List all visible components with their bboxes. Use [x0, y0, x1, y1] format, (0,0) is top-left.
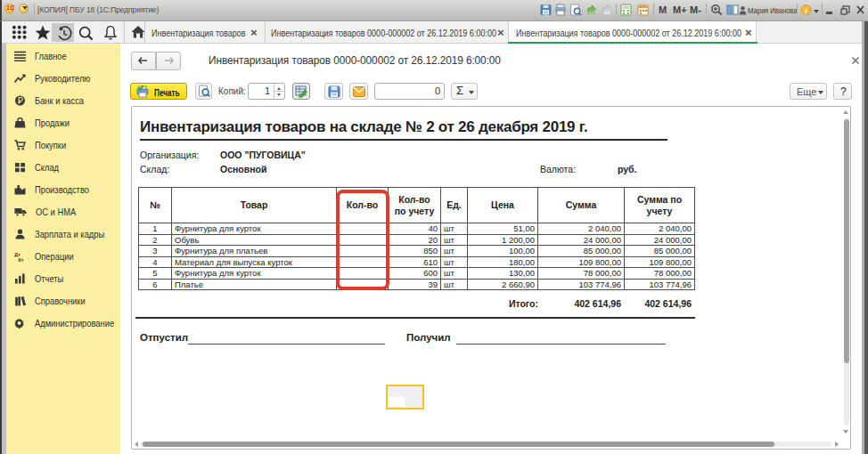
svg-text:Кт: Кт: [19, 257, 24, 263]
